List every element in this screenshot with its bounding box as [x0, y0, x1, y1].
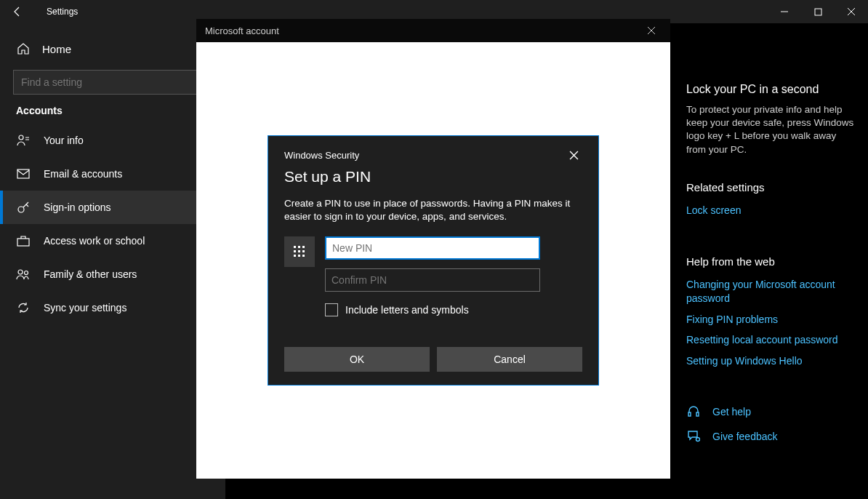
nav-label: Family & other users — [44, 268, 137, 280]
ok-button[interactable]: OK — [284, 347, 430, 372]
help-link-account-password[interactable]: Changing your Microsoft account password — [686, 278, 858, 306]
nav-email-accounts[interactable]: Email & accounts — [0, 157, 225, 191]
minimize-icon — [780, 7, 789, 16]
keypad-icon — [284, 236, 315, 267]
windows-security-dialog: Windows Security Set up a PIN Create a P… — [268, 135, 599, 386]
nav-home[interactable]: Home — [0, 32, 225, 65]
svg-point-8 — [18, 270, 23, 274]
window-title: Settings — [47, 7, 78, 17]
nav-access-work-school[interactable]: Access work or school — [0, 224, 225, 258]
close-icon — [647, 26, 656, 35]
security-dialog-close[interactable] — [565, 146, 582, 164]
close-button[interactable] — [835, 0, 868, 23]
nav-label: Email & accounts — [44, 168, 122, 180]
maximize-icon — [814, 8, 822, 16]
cancel-button[interactable]: Cancel — [437, 347, 582, 372]
headset-icon — [686, 404, 701, 419]
sidebar: Home Accounts Your info Email & accounts… — [0, 23, 225, 499]
svg-point-6 — [18, 207, 24, 212]
nav-your-info[interactable]: Your info — [0, 124, 225, 157]
key-icon — [16, 200, 31, 215]
nav-home-label: Home — [42, 43, 71, 55]
confirm-pin-input[interactable] — [325, 268, 540, 292]
people-icon — [16, 267, 31, 282]
related-settings-title: Related settings — [686, 181, 858, 193]
svg-rect-1 — [815, 9, 821, 15]
lock-heading: Lock your PC in a second — [686, 83, 858, 96]
maximize-button[interactable] — [801, 0, 835, 23]
help-link-windows-hello[interactable]: Setting up Windows Hello — [686, 354, 858, 368]
help-link-reset-local[interactable]: Resetting local account password — [686, 333, 858, 347]
briefcase-icon — [16, 233, 31, 248]
svg-rect-16 — [294, 250, 296, 252]
nav-label: Sign-in options — [44, 201, 111, 213]
ms-modal-title: Microsoft account — [205, 25, 279, 36]
right-column: Lock your PC in a second To protect your… — [686, 83, 858, 454]
ms-modal-close[interactable] — [641, 20, 662, 41]
lock-screen-link[interactable]: Lock screen — [686, 204, 858, 217]
mail-icon — [16, 167, 31, 181]
search-input[interactable] — [13, 70, 212, 95]
home-icon — [16, 41, 31, 56]
sync-icon — [16, 300, 31, 315]
svg-rect-10 — [688, 412, 691, 416]
svg-point-2 — [19, 135, 23, 140]
feedback-icon — [686, 429, 701, 444]
svg-rect-5 — [17, 169, 29, 178]
nav-label: Access work or school — [44, 235, 145, 247]
help-link-fix-pin[interactable]: Fixing PIN problems — [686, 313, 858, 327]
svg-rect-14 — [298, 246, 300, 248]
close-icon — [847, 7, 856, 16]
svg-rect-20 — [298, 255, 300, 257]
nav-family-users[interactable]: Family & other users — [0, 258, 225, 291]
give-feedback-row[interactable]: Give feedback — [686, 429, 858, 444]
svg-rect-17 — [298, 250, 300, 252]
nav-label: Your info — [44, 135, 84, 146]
svg-rect-19 — [294, 255, 296, 257]
svg-rect-11 — [696, 412, 699, 416]
security-dialog-description: Create a PIN to use in place of password… — [284, 197, 582, 223]
get-help-link[interactable]: Get help — [712, 405, 751, 419]
get-help-row[interactable]: Get help — [686, 404, 858, 419]
person-icon — [16, 133, 31, 148]
svg-rect-18 — [302, 250, 305, 252]
back-button[interactable] — [0, 0, 35, 23]
security-dialog-heading: Set up a PIN — [284, 168, 582, 185]
nav-sync-settings[interactable]: Sync your settings — [0, 291, 225, 324]
nav-sign-in-options[interactable]: Sign-in options — [0, 191, 225, 224]
help-title: Help from the web — [686, 255, 858, 268]
svg-point-12 — [696, 438, 700, 442]
svg-rect-21 — [302, 255, 305, 257]
security-dialog-label: Windows Security — [284, 150, 359, 161]
svg-rect-7 — [17, 239, 29, 246]
include-letters-checkbox[interactable] — [325, 303, 338, 316]
section-title: Accounts — [0, 105, 225, 116]
minimize-button[interactable] — [768, 0, 801, 23]
close-icon — [569, 151, 579, 160]
back-arrow-icon — [12, 6, 23, 17]
svg-point-9 — [25, 271, 28, 275]
nav-label: Sync your settings — [44, 302, 126, 314]
svg-rect-15 — [302, 246, 305, 248]
svg-rect-13 — [294, 246, 296, 248]
new-pin-input[interactable] — [325, 236, 540, 260]
give-feedback-link[interactable]: Give feedback — [712, 430, 778, 444]
lock-text: To protect your private info and help ke… — [686, 103, 858, 156]
include-letters-label: Include letters and symbols — [345, 304, 469, 316]
